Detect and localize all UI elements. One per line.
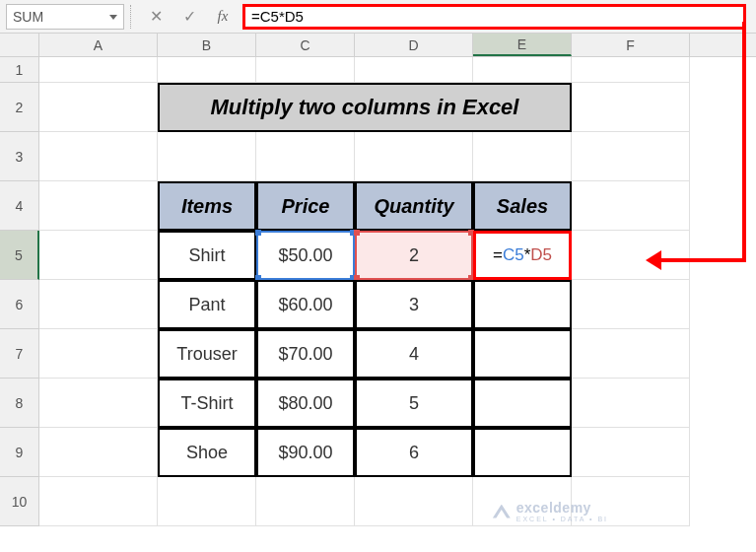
cell-value: $50.00 (278, 245, 332, 266)
column-headers: A B C D E F (0, 34, 756, 57)
col-header-f[interactable]: F (572, 34, 690, 56)
cell[interactable] (355, 132, 473, 181)
cell-qty-ref[interactable]: 2 (355, 231, 473, 280)
fx-icon[interactable]: fx (209, 4, 237, 30)
cell[interactable] (39, 231, 158, 280)
watermark-brand: exceldemy (516, 500, 591, 516)
cancel-icon[interactable]: ✕ (142, 4, 170, 30)
cell[interactable] (572, 428, 690, 477)
row-header-1[interactable]: 1 (0, 57, 39, 83)
col-header-a[interactable]: A (39, 34, 158, 56)
cell-value: 2 (409, 245, 419, 266)
cell-item[interactable]: Pant (158, 280, 256, 329)
watermark-icon (493, 505, 511, 518)
cell[interactable] (39, 477, 158, 526)
cell[interactable] (39, 280, 158, 329)
cell-price[interactable]: $80.00 (256, 379, 355, 428)
row-header-3[interactable]: 3 (0, 132, 39, 181)
cell[interactable] (572, 231, 690, 280)
cell-price[interactable]: $70.00 (256, 329, 355, 379)
spreadsheet-grid: A B C D E F 1 2 3 4 5 6 7 8 9 10 Multipl… (0, 34, 756, 526)
header-sales[interactable]: Sales (473, 181, 572, 231)
formula-bar: SUM ✕ ✓ fx =C5*D5 (0, 0, 756, 34)
cell-item[interactable]: T-Shirt (158, 379, 256, 428)
cell[interactable] (572, 329, 690, 379)
header-price[interactable]: Price (256, 181, 355, 231)
cell[interactable] (256, 57, 355, 83)
cell-price-ref[interactable]: $50.00 (256, 231, 355, 280)
header-quantity[interactable]: Quantity (355, 181, 473, 231)
name-box[interactable]: SUM (6, 4, 124, 30)
enter-icon[interactable]: ✓ (175, 4, 203, 30)
cell[interactable] (158, 477, 256, 526)
cell[interactable] (39, 132, 158, 181)
cell[interactable] (572, 280, 690, 329)
row-header-6[interactable]: 6 (0, 280, 39, 329)
watermark: exceldemy EXCEL • DATA • BI (493, 500, 608, 522)
cell-qty[interactable]: 6 (355, 428, 473, 477)
row-header-10[interactable]: 10 (0, 477, 39, 526)
cell-item[interactable]: Shirt (158, 231, 256, 280)
row-header-2[interactable]: 2 (0, 83, 39, 132)
cell[interactable] (158, 132, 256, 181)
cell[interactable] (256, 477, 355, 526)
formula-input[interactable]: =C5*D5 (242, 4, 746, 30)
cell[interactable] (572, 132, 690, 181)
cell[interactable] (473, 132, 572, 181)
cell-sales[interactable] (473, 329, 572, 379)
row-headers: 1 2 3 4 5 6 7 8 9 10 (0, 57, 39, 526)
cell[interactable] (572, 379, 690, 428)
cell[interactable] (355, 477, 473, 526)
cell-price[interactable]: $60.00 (256, 280, 355, 329)
row-header-7[interactable]: 7 (0, 329, 39, 379)
cell[interactable] (39, 83, 158, 132)
active-cell[interactable]: =C5*D5 (473, 231, 572, 280)
cell[interactable] (158, 57, 256, 83)
watermark-tagline: EXCEL • DATA • BI (516, 516, 608, 522)
col-header-c[interactable]: C (256, 34, 355, 56)
cell[interactable] (39, 428, 158, 477)
row-header-9[interactable]: 9 (0, 428, 39, 477)
cell-item[interactable]: Trouser (158, 329, 256, 379)
title-cell[interactable]: Multiply two columns in Excel (158, 83, 572, 132)
cell-sales[interactable] (473, 379, 572, 428)
cell-qty[interactable]: 4 (355, 329, 473, 379)
cell[interactable] (39, 379, 158, 428)
cell-qty[interactable]: 5 (355, 379, 473, 428)
cell-item[interactable]: Shoe (158, 428, 256, 477)
cell[interactable] (39, 181, 158, 231)
cell[interactable] (572, 181, 690, 231)
separator (130, 5, 136, 29)
cell-qty[interactable]: 3 (355, 280, 473, 329)
cell-sales[interactable] (473, 428, 572, 477)
cell[interactable] (355, 57, 473, 83)
cell[interactable] (572, 83, 690, 132)
row-header-4[interactable]: 4 (0, 181, 39, 231)
col-header-d[interactable]: D (355, 34, 473, 56)
cell[interactable] (473, 57, 572, 83)
cell[interactable] (572, 57, 690, 83)
cell[interactable] (256, 132, 355, 181)
cell[interactable] (39, 57, 158, 83)
header-items[interactable]: Items (158, 181, 256, 231)
cell-sales[interactable] (473, 280, 572, 329)
row-header-8[interactable]: 8 (0, 379, 39, 428)
row-header-5[interactable]: 5 (0, 231, 39, 280)
col-header-e[interactable]: E (473, 34, 572, 56)
cell[interactable] (39, 329, 158, 379)
select-all-corner[interactable] (0, 34, 39, 57)
col-header-b[interactable]: B (158, 34, 256, 56)
cell-price[interactable]: $90.00 (256, 428, 355, 477)
